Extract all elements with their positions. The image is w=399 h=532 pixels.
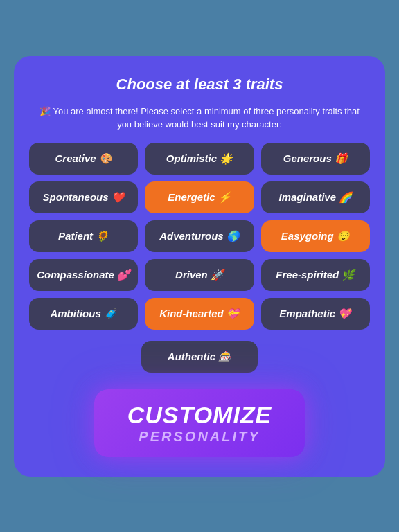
trait-btn-12[interactable]: Ambitious 🧳 xyxy=(29,298,138,330)
traits-grid: Creative 🎨Optimistic 🌟Generous 🎁Spontane… xyxy=(29,143,370,330)
trait-authentic[interactable]: Authentic 🎰 xyxy=(141,341,257,373)
trait-btn-14[interactable]: Empathetic 💖 xyxy=(261,298,370,330)
last-row: Authentic 🎰 xyxy=(29,341,370,373)
trait-btn-7[interactable]: Adventurous 🌎 xyxy=(145,220,254,252)
trait-btn-8[interactable]: Easygoing 😌 xyxy=(261,220,370,252)
trait-btn-3[interactable]: Spontaneous ❤️ xyxy=(29,181,138,213)
trait-btn-6[interactable]: Patient 🌻 xyxy=(29,220,138,252)
card: Choose at least 3 traits 🎉 You are almos… xyxy=(14,56,385,477)
customize-personality-button[interactable]: CUSTOMIZE PERSONALITY xyxy=(94,389,305,457)
trait-btn-2[interactable]: Generous 🎁 xyxy=(261,143,370,175)
trait-btn-9[interactable]: Compassionate 💕 xyxy=(29,259,138,291)
trait-btn-4[interactable]: Energetic ⚡ xyxy=(145,181,254,213)
customize-line2: PERSONALITY xyxy=(139,429,260,445)
trait-btn-0[interactable]: Creative 🎨 xyxy=(29,143,138,175)
trait-btn-13[interactable]: Kind-hearted 💝 xyxy=(145,298,254,330)
page-title: Choose at least 3 traits xyxy=(116,76,283,94)
subtitle: 🎉 You are almost there! Please select a … xyxy=(29,105,370,132)
outer-container: Choose at least 3 traits 🎉 You are almos… xyxy=(0,0,399,532)
trait-btn-10[interactable]: Driven 🚀 xyxy=(145,259,254,291)
trait-btn-5[interactable]: Imaginative 🌈 xyxy=(261,181,370,213)
trait-btn-1[interactable]: Optimistic 🌟 xyxy=(145,143,254,175)
trait-btn-11[interactable]: Free-spirited 🌿 xyxy=(261,259,370,291)
customize-line1: CUSTOMIZE xyxy=(127,402,272,429)
